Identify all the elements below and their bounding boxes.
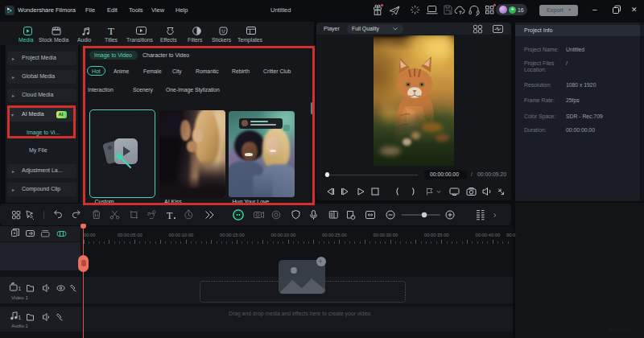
svg-text:T: T xyxy=(167,209,173,221)
svg-text:1: 1 xyxy=(19,286,22,291)
svg-text:1: 1 xyxy=(19,315,22,320)
